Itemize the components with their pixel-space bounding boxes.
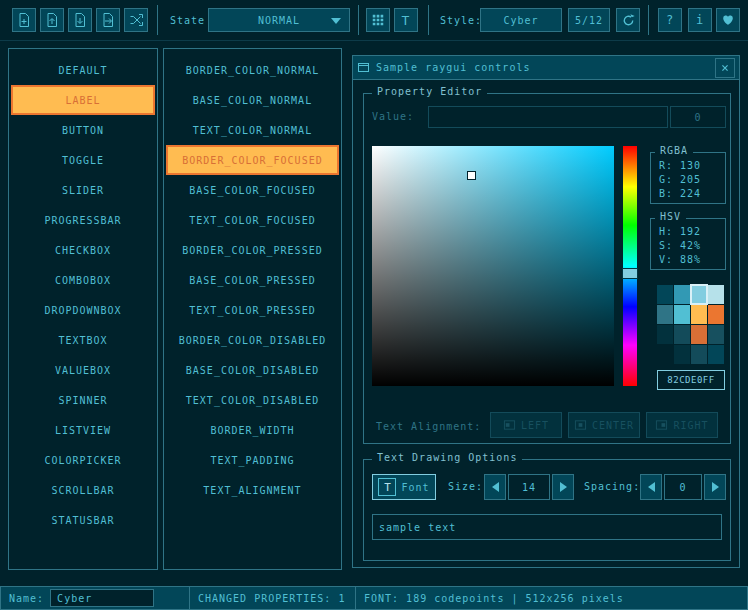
font-button[interactable]: T Font: [372, 474, 436, 500]
list-item[interactable]: LABEL: [11, 85, 155, 115]
style-counter-button[interactable]: 5/12: [568, 8, 610, 32]
export-style-button[interactable]: [96, 8, 120, 32]
value-input[interactable]: [428, 106, 668, 128]
color-swatch[interactable]: [708, 285, 724, 304]
list-item[interactable]: TEXT_COLOR_PRESSED: [166, 295, 339, 325]
save-style-button[interactable]: [68, 8, 92, 32]
hsv-h-value: H: 192: [659, 225, 725, 239]
random-style-button[interactable]: [124, 8, 148, 32]
list-item[interactable]: BASE_COLOR_FOCUSED: [166, 175, 339, 205]
style-name-button[interactable]: Cyber: [480, 8, 562, 32]
rgba-group: RGBA R: 130 G: 205 B: 224: [650, 152, 726, 204]
list-item[interactable]: BORDER_COLOR_NORMAL: [166, 55, 339, 85]
arrow-right-icon: [712, 482, 719, 492]
list-item[interactable]: DEFAULT: [11, 55, 155, 85]
list-item[interactable]: DROPDOWNBOX: [11, 295, 155, 325]
font-button-label: Font: [401, 482, 429, 493]
color-swatch[interactable]: [691, 345, 707, 364]
list-item[interactable]: BASE_COLOR_NORMAL: [166, 85, 339, 115]
window-titlebar[interactable]: Sample raygui controls: [353, 56, 739, 80]
list-item[interactable]: CHECKBOX: [11, 235, 155, 265]
list-item[interactable]: BORDER_COLOR_FOCUSED: [166, 145, 339, 175]
spacing-value-box[interactable]: 0: [664, 474, 702, 500]
value-count-box: 0: [670, 106, 726, 128]
list-item[interactable]: STATUSBAR: [11, 505, 155, 535]
size-decrease-button[interactable]: [484, 474, 506, 500]
text-preview-button[interactable]: T: [394, 8, 418, 32]
color-swatch[interactable]: [674, 325, 690, 344]
controls-items: DEFAULTLABELBUTTONTOGGLESLIDERPROGRESSBA…: [9, 55, 157, 535]
rgba-b-value: B: 224: [659, 187, 725, 201]
list-item[interactable]: LISTVIEW: [11, 415, 155, 445]
color-swatch[interactable]: [657, 305, 673, 324]
list-item[interactable]: TEXT_COLOR_DISABLED: [166, 385, 339, 415]
color-swatch[interactable]: [657, 285, 673, 304]
align-center-button[interactable]: CENTER: [568, 412, 640, 438]
open-style-button[interactable]: [40, 8, 64, 32]
color-swatch[interactable]: [691, 285, 707, 304]
arrow-left-icon: [648, 482, 655, 492]
align-right-button[interactable]: RIGHT: [646, 412, 718, 438]
spacing-decrease-button[interactable]: [640, 474, 662, 500]
sample-text-input[interactable]: [372, 514, 722, 540]
new-style-button[interactable]: [12, 8, 36, 32]
color-swatch[interactable]: [708, 305, 724, 324]
spacing-value: 0: [679, 482, 686, 493]
spacing-increase-button[interactable]: [704, 474, 726, 500]
list-item[interactable]: SLIDER: [11, 175, 155, 205]
list-item[interactable]: COLORPICKER: [11, 445, 155, 475]
color-swatch[interactable]: [708, 345, 724, 364]
list-item[interactable]: TEXT_COLOR_FOCUSED: [166, 205, 339, 235]
list-item[interactable]: TEXT_PADDING: [166, 445, 339, 475]
help-button[interactable]: ?: [658, 8, 682, 32]
list-item[interactable]: SPINNER: [11, 385, 155, 415]
sponsor-button[interactable]: [716, 8, 740, 32]
state-label: State: [170, 15, 205, 26]
info-button[interactable]: i: [688, 8, 712, 32]
color-picker-cursor[interactable]: [467, 171, 476, 180]
hue-bar[interactable]: [623, 146, 637, 386]
list-item[interactable]: SCROLLBAR: [11, 475, 155, 505]
window-close-button[interactable]: [715, 58, 735, 78]
list-item[interactable]: BASE_COLOR_DISABLED: [166, 355, 339, 385]
list-item[interactable]: BASE_COLOR_PRESSED: [166, 265, 339, 295]
text-preview-label: T: [402, 13, 411, 28]
color-swatch[interactable]: [708, 325, 724, 344]
list-item[interactable]: BORDER_WIDTH: [166, 415, 339, 445]
color-swatch[interactable]: [674, 285, 690, 304]
grid-toggle-button[interactable]: [366, 8, 390, 32]
list-item[interactable]: PROGRESSBAR: [11, 205, 155, 235]
align-left-button[interactable]: LEFT: [490, 412, 562, 438]
size-increase-button[interactable]: [552, 474, 574, 500]
spacing-label: Spacing:: [584, 481, 640, 492]
list-item[interactable]: TEXT_ALIGNMENT: [166, 475, 339, 505]
style-reload-button[interactable]: [616, 8, 640, 32]
style-name-input[interactable]: [50, 589, 154, 607]
color-picker-panel[interactable]: [372, 146, 614, 386]
color-swatch[interactable]: [691, 305, 707, 324]
list-item[interactable]: VALUEBOX: [11, 355, 155, 385]
list-item[interactable]: TEXTBOX: [11, 325, 155, 355]
size-value-box[interactable]: 14: [508, 474, 550, 500]
size-value: 14: [522, 482, 536, 493]
hue-slider-handle[interactable]: [622, 268, 638, 279]
list-item[interactable]: TEXT_COLOR_NORMAL: [166, 115, 339, 145]
list-item[interactable]: BUTTON: [11, 115, 155, 145]
controls-list: DEFAULTLABELBUTTONTOGGLESLIDERPROGRESSBA…: [8, 48, 158, 570]
list-item[interactable]: BORDER_COLOR_PRESSED: [166, 235, 339, 265]
property-editor-title: Property Editor: [372, 86, 487, 97]
color-swatch[interactable]: [691, 325, 707, 344]
properties-list: BORDER_COLOR_NORMALBASE_COLOR_NORMALTEXT…: [163, 48, 342, 570]
align-left-icon: [503, 419, 516, 431]
list-item[interactable]: BORDER_COLOR_DISABLED: [166, 325, 339, 355]
color-swatch[interactable]: [657, 325, 673, 344]
list-item[interactable]: TOGGLE: [11, 145, 155, 175]
color-swatch[interactable]: [657, 345, 673, 364]
state-dropdown[interactable]: NORMAL: [208, 8, 350, 32]
toolbar-divider: [157, 5, 158, 35]
color-swatch[interactable]: [674, 345, 690, 364]
color-swatch[interactable]: [674, 305, 690, 324]
state-dropdown-value: NORMAL: [258, 15, 300, 26]
list-item[interactable]: COMBOBOX: [11, 265, 155, 295]
hex-value-box[interactable]: 82CDE0FF: [657, 370, 725, 390]
